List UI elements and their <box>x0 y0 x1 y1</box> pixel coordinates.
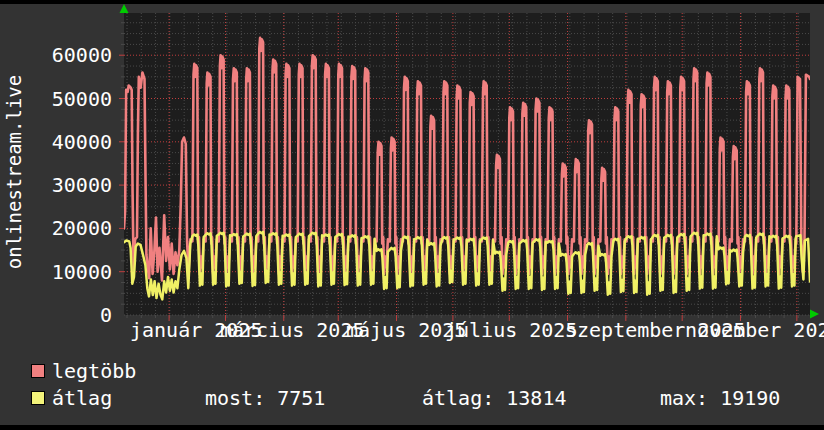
y-tick-label: 10000 <box>0 261 112 283</box>
page-background: { "legend": { "rows": [ { "label": "legt… <box>0 0 824 430</box>
x-tick-label: november 2025 <box>685 319 824 341</box>
legtobb-red-swatch <box>31 364 45 378</box>
atlag-yellow-swatch <box>31 391 45 405</box>
y-tick-label: 60000 <box>0 44 112 66</box>
y-tick-label: 50000 <box>0 88 112 110</box>
stat-text: átlag: 13814 <box>422 387 567 409</box>
y-tick-label: 0 <box>0 304 112 326</box>
y-tick-label: 30000 <box>0 174 112 196</box>
x-tick-label: március 2025 <box>220 319 365 341</box>
y-axis-arrow-icon <box>120 4 129 13</box>
y-tick-label: 40000 <box>0 131 112 153</box>
stat-text: most: 7751 <box>205 387 325 409</box>
legend-label: átlag <box>52 387 112 409</box>
x-tick-label: július 2025 <box>445 319 577 341</box>
stat-text: max: 19190 <box>660 387 780 409</box>
y-tick-label: 20000 <box>0 217 112 239</box>
legend-label: legtöbb <box>52 360 136 382</box>
